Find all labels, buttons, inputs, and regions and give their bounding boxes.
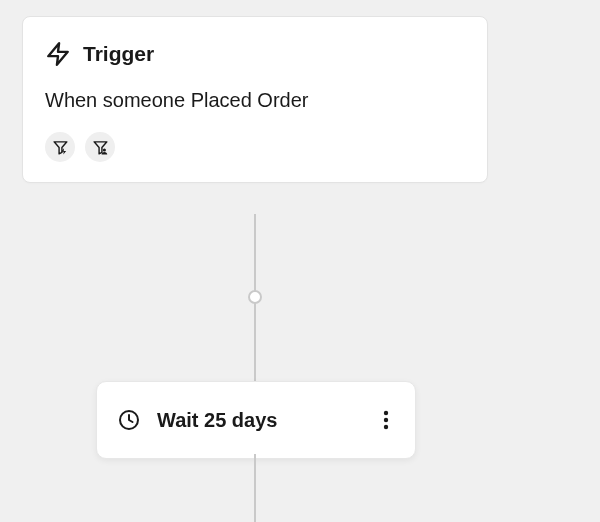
filter-trigger-icon [52, 139, 69, 156]
add-step-dot[interactable] [248, 290, 262, 304]
wait-card[interactable]: Wait 25 days [96, 381, 416, 459]
trigger-header: Trigger [45, 41, 465, 67]
trigger-title: Trigger [83, 42, 154, 66]
wait-more-button[interactable] [377, 404, 395, 436]
svg-point-3 [384, 411, 388, 415]
more-icon [383, 410, 389, 430]
clock-icon [117, 408, 141, 432]
filter-row [45, 132, 465, 162]
svg-point-1 [102, 148, 105, 151]
bolt-icon [45, 41, 71, 67]
wait-card-content: Wait 25 days [117, 408, 277, 432]
connector-line [254, 454, 256, 522]
trigger-card[interactable]: Trigger When someone Placed Order [22, 16, 488, 183]
svg-point-4 [384, 418, 388, 422]
flow-canvas: Trigger When someone Placed Order [0, 0, 600, 522]
connector-line [254, 303, 256, 383]
svg-point-5 [384, 425, 388, 429]
filter-trigger-button[interactable] [45, 132, 75, 162]
filter-profile-button[interactable] [85, 132, 115, 162]
wait-label: Wait 25 days [157, 409, 277, 432]
svg-marker-0 [48, 43, 68, 65]
connector-line [254, 214, 256, 296]
filter-profile-icon [92, 139, 109, 156]
trigger-description: When someone Placed Order [45, 89, 465, 112]
